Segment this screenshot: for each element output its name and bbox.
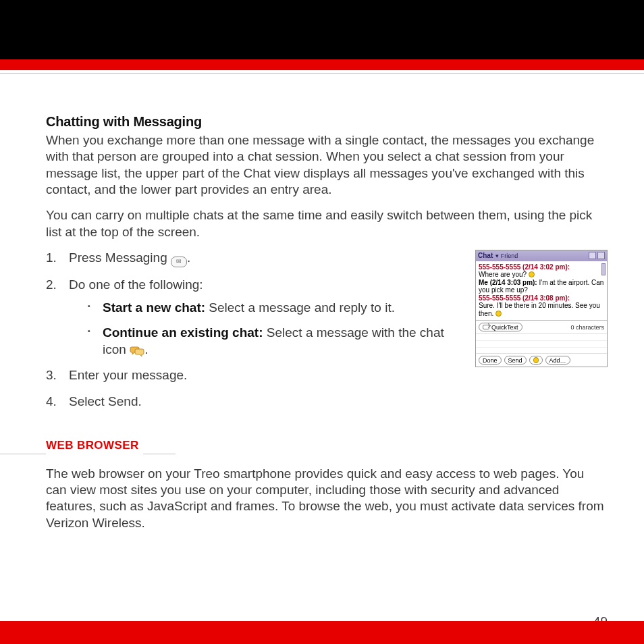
steps-list: Press Messaging ✉. Do one of the followi… — [46, 250, 460, 410]
quicktext-icon — [483, 325, 489, 329]
smiley-icon — [495, 311, 502, 317]
shot-line2-header: Me (2/14 3:03 pm): — [479, 279, 537, 286]
shot-conversation: 555-555-5555 (2/14 3:02 pm): Where are y… — [476, 261, 607, 321]
messaging-key-icon: ✉ — [171, 257, 187, 267]
step-2: Do one of the following: Start a new cha… — [46, 277, 460, 358]
header-red-bar — [0, 59, 644, 70]
shot-char-count: 0 characters — [570, 324, 604, 331]
page-content: Chatting with Messaging When you exchang… — [0, 74, 644, 621]
shot-title: Chat — [478, 252, 493, 259]
para-web-browser: The web browser on your Treo smartphone … — [46, 466, 608, 531]
para-chat-1: When you exchange more than one message … — [46, 132, 608, 198]
step-1-text-a: Press Messaging — [69, 250, 171, 265]
shot-entry-area — [476, 333, 607, 354]
step-3: Enter your message. — [46, 367, 460, 384]
para-chat-2: You can carry on multiple chats at the s… — [46, 207, 608, 240]
step-1: Press Messaging ✉. — [46, 250, 460, 267]
shot-titlebar-icon-1 — [589, 252, 596, 259]
step-1-text-b: . — [187, 250, 190, 265]
chat-screenshot: Chat ▾ Friend 555-555-5555 (2/14 3:02 pm… — [475, 250, 608, 368]
subheading-chatting: Chatting with Messaging — [46, 114, 608, 130]
step-2b: Continue an existing chat: Select a mess… — [88, 325, 460, 358]
step-2-text: Do one of the following: — [69, 277, 203, 292]
section-heading-text: WEB BROWSER — [46, 439, 143, 455]
shot-button-row: Done Send Add… — [476, 354, 607, 367]
section-heading-web-browser: WEB BROWSER — [46, 439, 608, 455]
shot-line1-text: Where are you? — [479, 271, 529, 278]
shot-titlebar: Chat ▾ Friend — [476, 250, 607, 261]
step-2a-bold: Start a new chat: — [103, 300, 205, 315]
shot-emoji-button — [529, 356, 543, 365]
shot-line1-header: 555-555-5555 (2/14 3:02 pm): — [479, 263, 570, 271]
footer-red-bar — [0, 621, 644, 644]
shot-quicktext-button: QuickText — [479, 323, 522, 331]
step-2a-rest: Select a message and reply to it. — [205, 300, 395, 315]
shot-toolbar: QuickText 0 characters — [476, 321, 607, 333]
shot-line3-header: 555-555-5555 (2/14 3:08 pm): — [479, 294, 570, 302]
shot-send-button: Send — [504, 356, 527, 365]
shot-scrollbar — [601, 263, 606, 275]
step-2b-bold: Continue an existing chat: — [103, 325, 263, 340]
step-2a: Start a new chat: Select a message and r… — [88, 300, 460, 317]
shot-titlebar-icon-2 — [597, 252, 605, 259]
step-2b-tail: . — [144, 342, 148, 356]
chat-bubbles-icon — [130, 344, 144, 355]
header-black-bar — [0, 0, 644, 59]
shot-add-button: Add… — [545, 356, 570, 365]
shot-done-button: Done — [479, 356, 502, 365]
step-4: Select Send. — [46, 394, 460, 410]
smiley-icon — [529, 271, 535, 277]
smiley-icon — [533, 357, 539, 363]
shot-dropdown: ▾ Friend — [495, 252, 518, 259]
shot-quicktext-label: QuickText — [491, 323, 518, 331]
